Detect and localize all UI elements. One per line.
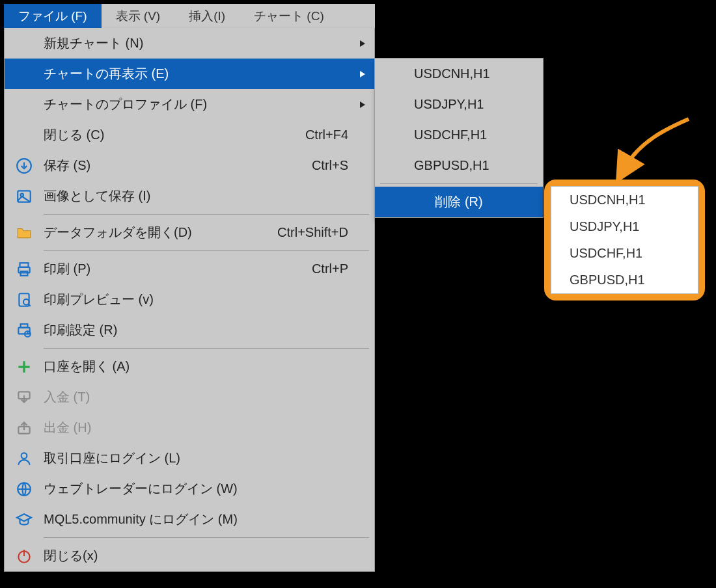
menu-item-save[interactable]: 保存 (S) Ctrl+S — [5, 150, 374, 181]
popup-item[interactable]: USDJPY,H1 — [551, 213, 698, 240]
menu-separator — [44, 214, 369, 215]
menu-item-open-data-folder[interactable]: データフォルダを開く(D) Ctrl+Shift+D — [5, 217, 374, 248]
chevron-right-icon — [360, 40, 365, 47]
print-icon — [5, 261, 44, 278]
menu-item-save-image[interactable]: 画像として保存 (I) — [5, 181, 374, 211]
menu-tab-view[interactable]: 表示 (V) — [102, 4, 175, 28]
submenu-item-delete[interactable]: 削除 (R) — [375, 187, 543, 217]
menu-item-close[interactable]: 閉じる (C) Ctrl+F4 — [5, 120, 374, 150]
menu-item-redisplay-chart[interactable]: チャートの再表示 (E) — [5, 59, 374, 89]
deposit-icon — [5, 389, 44, 406]
menu-item-withdraw: 出金 (H) — [5, 412, 374, 443]
power-icon — [5, 548, 44, 565]
menu-item-open-account[interactable]: 口座を開く (A) — [5, 351, 374, 382]
popup-item[interactable]: GBPUSD,H1 — [551, 267, 698, 293]
withdraw-icon — [5, 420, 44, 436]
submenu-item[interactable]: GBPUSD,H1 — [375, 150, 543, 181]
menu-tab-file[interactable]: ファイル (F) — [4, 4, 102, 28]
menu-item-print[interactable]: 印刷 (P) Ctrl+P — [5, 254, 374, 284]
shortcut-text: Ctrl+P — [312, 261, 374, 276]
print-preview-icon — [5, 291, 44, 308]
shortcut-text: Ctrl+Shift+D — [277, 225, 374, 240]
menu-item-new-chart[interactable]: 新規チャート (N) — [5, 28, 374, 59]
menu-separator — [380, 183, 538, 184]
download-icon — [5, 157, 44, 174]
menu-item-login-account[interactable]: 取引口座にログイン (L) — [5, 443, 374, 474]
menu-item-print-setup[interactable]: 印刷設定 (R) — [5, 315, 374, 345]
redisplay-chart-submenu: USDCNH,H1 USDJPY,H1 USDCHF,H1 GBPUSD,H1 … — [374, 58, 544, 218]
shortcut-text: Ctrl+F4 — [305, 127, 374, 142]
submenu-item[interactable]: USDCHF,H1 — [375, 120, 543, 150]
menu-item-exit[interactable]: 閉じる(x) — [5, 541, 374, 571]
chevron-right-icon — [360, 101, 365, 108]
menu-item-login-webtrader[interactable]: ウェブトレーダーにログイン (W) — [5, 474, 374, 504]
menu-item-deposit: 入金 (T) — [5, 382, 374, 412]
submenu-item[interactable]: USDCNH,H1 — [375, 59, 543, 89]
popup-item[interactable]: USDCHF,H1 — [551, 240, 698, 267]
file-menu-dropdown: 新規チャート (N) チャートの再表示 (E) チャートのプロファイル (F) … — [4, 28, 375, 572]
shortcut-text: Ctrl+S — [312, 158, 374, 173]
image-icon — [5, 188, 44, 205]
menu-bar: ファイル (F) 表示 (V) 挿入(I) チャート (C) — [4, 4, 375, 28]
submenu-item[interactable]: USDJPY,H1 — [375, 89, 543, 120]
svg-point-7 — [23, 299, 29, 304]
svg-rect-9 — [21, 324, 28, 327]
folder-icon — [5, 224, 44, 241]
menu-separator — [44, 250, 369, 251]
svg-point-13 — [21, 453, 27, 459]
menu-item-chart-profile[interactable]: チャートのプロファイル (F) — [5, 89, 374, 120]
menu-tab-insert[interactable]: 挿入(I) — [174, 4, 240, 28]
print-settings-icon — [5, 322, 44, 339]
user-icon — [5, 450, 44, 467]
plus-icon — [5, 358, 44, 375]
delete-targets-popup: USDCNH,H1 USDJPY,H1 USDCHF,H1 GBPUSD,H1 — [544, 180, 705, 301]
popup-item[interactable]: USDCNH,H1 — [551, 187, 698, 213]
menu-separator — [44, 348, 369, 349]
globe-icon — [5, 481, 44, 498]
menu-item-print-preview[interactable]: 印刷プレビュー (v) — [5, 284, 374, 315]
chevron-right-icon — [360, 71, 365, 77]
graduation-cap-icon — [5, 511, 44, 528]
menu-separator — [44, 537, 369, 538]
annotation-arrow-icon — [614, 116, 692, 181]
menu-item-login-mql5[interactable]: MQL5.community にログイン (M) — [5, 504, 374, 535]
menu-tab-chart[interactable]: チャート (C) — [240, 4, 338, 28]
